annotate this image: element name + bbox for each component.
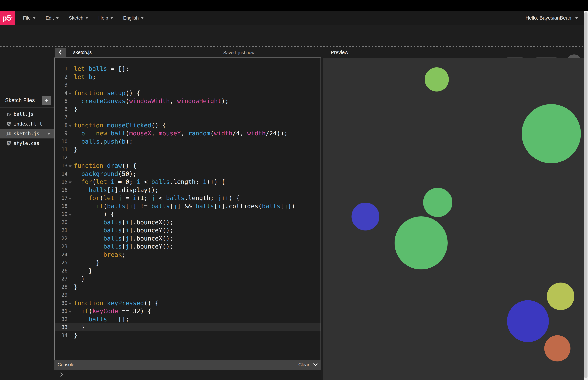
menu-file[interactable]: File <box>23 15 36 21</box>
add-file-button[interactable]: + <box>42 96 51 105</box>
line-number: 24 <box>61 252 72 258</box>
fold-arrow-icon[interactable] <box>69 303 72 305</box>
preview-canvas[interactable] <box>322 58 584 380</box>
file-options-caret[interactable] <box>47 133 50 135</box>
fold-arrow-icon[interactable] <box>69 311 72 313</box>
code-line-28: 28} <box>55 283 321 291</box>
line-number: 28 <box>61 284 72 290</box>
scrollbar-thumb[interactable] <box>584 12 588 378</box>
file-name: sketch.js <box>14 131 39 136</box>
code-line-1: 1let balls = []; <box>55 65 321 73</box>
gutter-cell: 18 <box>55 203 72 209</box>
gutter-cell: 10 <box>55 138 72 144</box>
code-line-34: 34} <box>55 331 321 340</box>
code-line-7: 7 <box>55 113 321 121</box>
line-number: 5 <box>64 98 72 104</box>
gutter-cell: 26 <box>55 268 72 274</box>
gutter-cell: 17 <box>55 195 72 201</box>
gutter-cell: 1 <box>55 66 72 72</box>
code-text: balls[j].bounceX(); <box>72 235 173 242</box>
code-text: balls[i].bounceY(); <box>72 227 173 234</box>
menu-label: Help <box>98 15 108 21</box>
sidebar-divider <box>0 107 54 108</box>
logo-text: p5 <box>2 14 11 22</box>
html-file-icon: 5 <box>7 122 13 126</box>
line-number: 32 <box>61 316 72 322</box>
collapse-sidebar-button[interactable] <box>55 48 66 57</box>
code-text: } <box>72 283 77 290</box>
code-line-22: 22 balls[j].bounceX(); <box>55 234 321 243</box>
sketch-files-title: Sketch Files <box>5 97 35 103</box>
code-text: } <box>72 146 77 153</box>
code-editor[interactable]: 1let balls = [];2let b;34function setup(… <box>55 57 321 360</box>
code-text: } <box>72 324 85 331</box>
console-collapse-button[interactable] <box>313 362 318 368</box>
chevron-down-icon <box>110 17 113 19</box>
code-line-26: 26 } <box>55 267 321 275</box>
menu-edit[interactable]: Edit <box>46 15 59 21</box>
file-name: style.css <box>14 140 39 146</box>
line-number: 22 <box>61 235 72 241</box>
line-number: 34 <box>61 332 72 338</box>
code-line-16: 16 balls[i].display(); <box>55 186 321 194</box>
file-item-ball.js[interactable]: JSball.js <box>0 109 54 119</box>
file-item-index.html[interactable]: 5index.html <box>0 119 54 129</box>
fold-arrow-icon[interactable] <box>69 125 72 127</box>
fold-arrow-icon[interactable] <box>69 198 72 200</box>
console-clear-button[interactable]: Clear <box>298 362 309 367</box>
gutter-cell: 3 <box>55 82 72 88</box>
fold-arrow-icon[interactable] <box>69 214 72 216</box>
chevron-left-icon <box>58 50 63 55</box>
chevron-down-icon <box>313 362 318 367</box>
fold-arrow-icon[interactable] <box>69 182 72 184</box>
menu-sketch[interactable]: Sketch <box>69 15 89 21</box>
line-number: 16 <box>61 187 72 193</box>
gutter-cell: 24 <box>55 252 72 258</box>
code-text: let balls = []; <box>72 65 129 72</box>
account-menu[interactable]: Hello, BayesianBean! <box>526 11 578 25</box>
code-line-25: 25 } <box>55 259 321 267</box>
preview-ball <box>547 283 574 310</box>
file-item-style.css[interactable]: 3style.css <box>0 138 54 148</box>
code-text: createCanvas(windowWidth, windowHeight); <box>72 97 229 104</box>
saved-status: Saved: just now <box>205 50 273 55</box>
gutter-cell: 25 <box>55 260 72 266</box>
code-line-24: 24 break; <box>55 250 321 259</box>
gutter-cell: 11 <box>55 147 72 152</box>
line-number: 11 <box>61 147 72 152</box>
preview-ball <box>544 335 570 361</box>
gutter-cell: 29 <box>55 292 72 298</box>
code-line-9: 9 b = new ball(mouseX, mouseY, random(wi… <box>55 129 321 137</box>
file-item-sketch.js[interactable]: JSsketch.js <box>0 129 54 138</box>
gutter-cell: 19 <box>55 211 72 217</box>
fold-arrow-icon[interactable] <box>69 93 72 95</box>
gutter-separator <box>72 58 72 339</box>
menu-help[interactable]: Help <box>98 15 113 21</box>
gutter-cell: 5 <box>55 98 72 104</box>
code-lines: 1let balls = [];2let b;34function setup(… <box>55 58 321 339</box>
p5-logo[interactable]: p5* <box>0 11 15 25</box>
line-number: 18 <box>61 203 72 209</box>
gutter-cell: 8 <box>55 122 72 128</box>
code-line-17: 17 for(let j = i+1; j < balls.length; j+… <box>55 194 321 202</box>
code-line-4: 4function setup() { <box>55 89 321 97</box>
chevron-down-icon <box>33 17 36 19</box>
preview-ball <box>423 188 452 217</box>
code-text: break; <box>72 251 125 258</box>
sketch-files-panel: Sketch Files + JSball.js5index.htmlJSske… <box>0 47 54 380</box>
console-prompt-icon <box>59 372 64 378</box>
preview-ball <box>507 300 549 342</box>
code-line-14: 14 background(50); <box>55 170 321 178</box>
toolbar: Auto-refresh Balls Public p5.js 1.11.11 <box>0 25 588 46</box>
fold-arrow-icon[interactable] <box>69 165 72 167</box>
window-top-strip <box>0 0 588 11</box>
code-text: function mouseClicked() { <box>72 122 166 129</box>
gutter-cell: 20 <box>55 219 72 225</box>
gutter-cell: 4 <box>55 90 72 96</box>
menu-english[interactable]: English <box>123 15 144 21</box>
line-number: 2 <box>64 74 72 80</box>
code-line-32: 32 balls = []; <box>55 315 321 323</box>
code-line-11: 11} <box>55 145 321 153</box>
gutter-cell: 32 <box>55 316 72 322</box>
gutter-cell: 27 <box>55 276 72 282</box>
